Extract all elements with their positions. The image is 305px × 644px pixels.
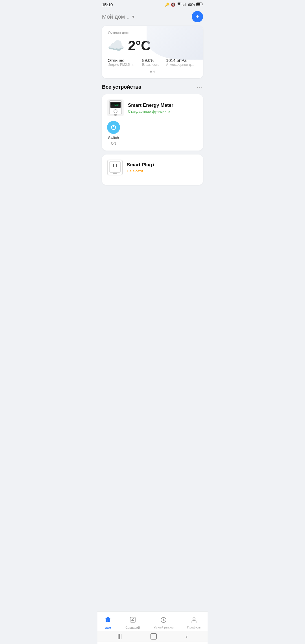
power-icon xyxy=(110,124,117,130)
lock-icon: 🔑 xyxy=(165,3,169,7)
energy-meter-image: 223.5₁ 0.50 kWh xyxy=(107,99,124,116)
energy-meter-name: Smart Energy Meter xyxy=(128,103,198,108)
quality-value: Отлично xyxy=(108,58,135,63)
svg-rect-15 xyxy=(109,161,121,173)
device-header-energy-meter: 223.5₁ 0.50 kWh Smart Energy Meter Станд… xyxy=(107,99,198,116)
smart-plug-info: Smart Plug+ Не в сети xyxy=(127,162,198,173)
status-icons: 🔑 🔇 60% xyxy=(165,3,203,7)
more-options-button[interactable]: ··· xyxy=(197,84,203,90)
dot-2 xyxy=(153,71,155,73)
smart-plug-status: Не в сети xyxy=(127,169,198,173)
device-header-smart-plug: Smart Plug+ Не в сети xyxy=(107,160,198,175)
device-card-smart-plug: Smart Plug+ Не в сети xyxy=(102,155,203,185)
svg-rect-5 xyxy=(197,3,200,6)
smart-plug-image xyxy=(107,160,123,175)
switch-state: ON xyxy=(111,142,116,145)
header: Мой дом .. ▼ + xyxy=(97,9,208,26)
svg-rect-1 xyxy=(184,4,184,6)
switch-label: Switch xyxy=(108,136,119,140)
switch-control: Switch ON xyxy=(107,121,120,145)
pressure-label: Атмосферное д... xyxy=(166,63,194,67)
cloud-icon: ☁️ xyxy=(108,39,125,53)
status-bar: 15:19 🔑 🔇 60% xyxy=(97,0,208,9)
expand-icon: ▲ xyxy=(168,110,171,113)
battery-text: 60% xyxy=(188,3,195,7)
humidity-label: Влажность xyxy=(142,63,159,67)
energy-meter-controls: Switch ON xyxy=(107,121,198,145)
svg-rect-18 xyxy=(113,173,117,174)
energy-meter-svg: 223.5₁ 0.50 kWh xyxy=(108,100,123,116)
devices-section-title: Все устройства xyxy=(102,84,141,90)
weather-stat-humidity: 89.0% Влажность xyxy=(142,58,159,67)
wifi-icon xyxy=(177,3,181,7)
weather-card: Уютный дом ☁️ 2°C Отлично Индекс PM2.5 н… xyxy=(102,26,203,78)
humidity-value: 89.0% xyxy=(142,58,159,63)
svg-text:0.50 kWh: 0.50 kWh xyxy=(112,103,118,105)
home-title-text: Мой дом .. xyxy=(102,14,130,20)
weather-carousel-dots xyxy=(108,71,197,73)
add-device-button[interactable]: + xyxy=(192,11,203,22)
battery-icon xyxy=(196,3,203,7)
energy-meter-status-text: Стандартные функции xyxy=(128,109,167,114)
weather-stat-quality: Отлично Индекс PM2.5 н... xyxy=(108,58,135,67)
mute-icon: 🔇 xyxy=(171,3,175,7)
energy-meter-status: Стандартные функции ▲ xyxy=(128,109,198,114)
signal-icon xyxy=(183,3,187,7)
svg-rect-16 xyxy=(113,164,114,167)
svg-rect-17 xyxy=(116,164,117,167)
devices-section-header: Все устройства ··· xyxy=(97,84,208,94)
power-button[interactable] xyxy=(107,121,120,134)
svg-rect-2 xyxy=(185,3,186,6)
dropdown-arrow-icon: ▼ xyxy=(131,14,135,19)
device-card-energy-meter: 223.5₁ 0.50 kWh Smart Energy Meter Станд… xyxy=(102,94,203,151)
svg-rect-13 xyxy=(115,115,116,116)
energy-meter-info: Smart Energy Meter Стандартные функции ▲ xyxy=(128,103,198,114)
quality-label: Индекс PM2.5 н... xyxy=(108,63,135,67)
smart-plug-name: Smart Plug+ xyxy=(127,162,198,168)
status-time: 15:19 xyxy=(102,2,113,7)
svg-rect-3 xyxy=(186,3,186,6)
dot-1 xyxy=(150,71,152,73)
svg-rect-0 xyxy=(183,5,184,6)
smart-plug-svg xyxy=(109,161,121,174)
svg-rect-14 xyxy=(116,115,116,116)
home-title-area[interactable]: Мой дом .. ▼ xyxy=(102,14,135,20)
